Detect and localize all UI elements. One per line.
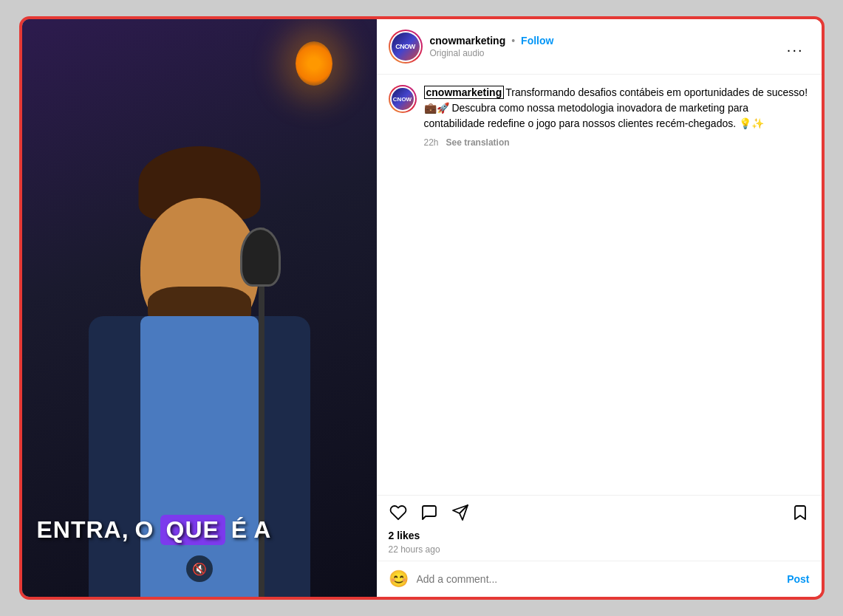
share-button[interactable]	[451, 503, 470, 522]
mute-icon: 🔇	[192, 562, 207, 576]
post-comment-button[interactable]: Post	[787, 573, 809, 585]
subtitle-word-highlighted: QUE	[160, 515, 225, 545]
caption-text: cnowmarketingTransformando desafios cont…	[424, 85, 810, 131]
subtitle-word-3: É	[231, 516, 248, 544]
person-suit	[89, 316, 310, 597]
likes-count: 2 likes	[377, 530, 822, 541]
post-timestamp: 22 hours ago	[377, 544, 822, 555]
post-header-top: cnowmarketing • Follow	[430, 35, 774, 47]
caption-avatar-ring: CNOW	[389, 85, 417, 113]
emoji-icon: 😊	[389, 569, 409, 589]
post-header: CNOW cnowmarketing • Follow Original aud…	[377, 19, 822, 75]
post-username[interactable]: cnowmarketing	[430, 35, 506, 47]
post-spacer	[377, 295, 822, 496]
video-panel: SHURE ENTRA, O QUE É A 🔇	[22, 19, 377, 597]
main-frame: SHURE ENTRA, O QUE É A 🔇 CNOW cnowmar	[19, 16, 825, 600]
bookmark-button[interactable]	[791, 503, 810, 522]
action-icons-left	[389, 503, 779, 522]
subtitle-bar: ENTRA, O QUE É A	[37, 515, 362, 545]
caption-content: cnowmarketingTransformando desafios cont…	[424, 85, 810, 285]
see-translation-button[interactable]: See translation	[446, 137, 510, 148]
mute-button[interactable]: 🔇	[186, 555, 213, 582]
like-button[interactable]	[389, 503, 408, 522]
header-avatar[interactable]: CNOW	[392, 32, 420, 61]
dot-separator: •	[511, 35, 515, 47]
post-caption-area: CNOW cnowmarketingTransformando desafios…	[377, 75, 822, 295]
header-avatar-ring: CNOW	[389, 30, 423, 64]
header-avatar-inner: CNOW	[390, 31, 421, 62]
person-shirt	[140, 316, 259, 597]
subtitle-word-4: A	[253, 516, 271, 544]
emoji-button[interactable]: 😊	[389, 569, 409, 589]
caption-avatar-inner: CNOW	[390, 86, 415, 112]
comment-input-row: 😊 Post	[377, 561, 822, 597]
post-header-info: cnowmarketing • Follow Original audio	[430, 35, 774, 58]
instagram-post-panel: CNOW cnowmarketing • Follow Original aud…	[377, 19, 822, 597]
background-lamp	[296, 41, 332, 86]
caption-time: 22h	[424, 137, 439, 148]
more-options-button[interactable]: ...	[781, 35, 810, 58]
caption-avatar[interactable]: CNOW	[392, 88, 414, 110]
follow-button[interactable]: Follow	[521, 35, 553, 47]
comment-input[interactable]	[417, 573, 780, 585]
caption-meta: 22h See translation	[424, 137, 810, 148]
comment-button[interactable]	[420, 503, 439, 522]
caption-username[interactable]: cnowmarketing	[424, 86, 505, 99]
microphone-head: SHURE	[240, 227, 281, 287]
subtitle-word-1: ENTRA,	[37, 516, 129, 544]
subtitle-word-2: O	[135, 516, 154, 544]
post-audio-label: Original audio	[430, 48, 774, 58]
post-actions	[377, 495, 822, 530]
